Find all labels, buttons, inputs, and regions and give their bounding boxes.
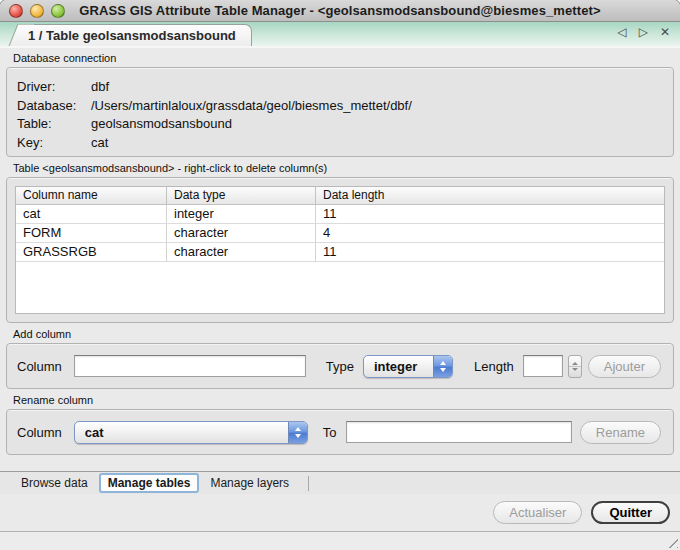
- db-field-label: Table:: [17, 115, 91, 134]
- footer-button-row: Actualiser Quitter: [0, 494, 680, 531]
- add-column-box: Column Type integer Length Ajouter: [6, 343, 674, 389]
- rename-to-label: To: [323, 425, 337, 440]
- spinner-up-icon[interactable]: [572, 362, 578, 365]
- rename-column-select[interactable]: cat: [74, 421, 308, 444]
- prev-tab-icon[interactable]: ◁: [617, 26, 626, 38]
- table-columns-group: Table <geolsansmodsansbound> - right-cli…: [6, 162, 674, 323]
- close-tab-icon[interactable]: ✕: [660, 26, 670, 38]
- db-field-label: Key:: [17, 134, 91, 153]
- add-column-name-input[interactable]: [74, 355, 306, 377]
- cell-column-name[interactable]: FORM: [16, 224, 167, 242]
- rename-column-value: cat: [75, 422, 288, 443]
- add-column-group: Add column Column Type integer Length Aj…: [6, 328, 674, 389]
- cell-data-length[interactable]: 4: [316, 224, 664, 242]
- rename-column-group: Rename column Column cat To Rename: [6, 394, 674, 455]
- tab-browse-data[interactable]: Browse data: [12, 474, 97, 492]
- grid-empty-area: [16, 262, 664, 313]
- db-field-table: Table: geolsansmodsansbound: [17, 115, 663, 134]
- db-field-value: /Users/martinlaloux/grassdata/geol/biesm…: [91, 97, 412, 116]
- db-field-value: dbf: [91, 78, 109, 97]
- table-row[interactable]: FORM character 4: [16, 224, 664, 243]
- add-column-length-input[interactable]: [523, 355, 563, 377]
- cell-data-type[interactable]: character: [167, 243, 316, 261]
- manage-tables-page: Database connection Driver: dbf Database…: [0, 48, 680, 471]
- combo-stepper-icon: [433, 356, 452, 377]
- db-field-label: Driver:: [17, 78, 91, 97]
- add-column-type-select[interactable]: integer: [363, 355, 453, 378]
- resize-grip-icon[interactable]: [665, 535, 678, 548]
- tab-table-page[interactable]: 1 / Table geolsansmodsansbound: [22, 24, 252, 46]
- database-connection-box: Driver: dbf Database: /Users/martinlalou…: [6, 67, 674, 157]
- attribute-table-manager-window: GRASS GIS Attribute Table Manager - <geo…: [0, 0, 680, 550]
- database-connection-title: Database connection: [13, 52, 674, 65]
- quit-button[interactable]: Quitter: [591, 501, 670, 524]
- header-data-length: Data length: [316, 187, 664, 204]
- columns-grid[interactable]: Column name Data type Data length cat in…: [15, 186, 665, 314]
- cell-data-length[interactable]: 11: [316, 205, 664, 223]
- titlebar: GRASS GIS Attribute Table Manager - <geo…: [0, 0, 680, 22]
- add-column-label: Column: [17, 359, 62, 374]
- table-row[interactable]: cat integer 11: [16, 205, 664, 224]
- columns-grid-header: Column name Data type Data length: [16, 187, 664, 205]
- refresh-button[interactable]: Actualiser: [493, 501, 582, 524]
- rename-column-box: Column cat To Rename: [6, 409, 674, 455]
- add-column-title: Add column: [13, 328, 674, 341]
- table-row[interactable]: GRASSRGB character 11: [16, 243, 664, 262]
- db-field-driver: Driver: dbf: [17, 78, 663, 97]
- db-field-database: Database: /Users/martinlaloux/grassdata/…: [17, 97, 663, 116]
- rename-column-label: Column: [17, 425, 62, 440]
- minimize-window-icon[interactable]: [30, 4, 44, 18]
- cell-column-name[interactable]: GRASSRGB: [16, 243, 167, 261]
- tab-strip-nav: ◁ ▷ ✕: [617, 22, 670, 42]
- rename-column-title: Rename column: [13, 394, 674, 407]
- rename-to-input[interactable]: [346, 421, 572, 443]
- table-columns-box: Column name Data type Data length cat in…: [6, 177, 674, 323]
- cell-column-name[interactable]: cat: [16, 205, 167, 223]
- close-window-icon[interactable]: [9, 4, 23, 18]
- header-column-name: Column name: [16, 187, 167, 204]
- cell-data-type[interactable]: integer: [167, 205, 316, 223]
- length-spinner[interactable]: [568, 355, 582, 378]
- cell-data-type[interactable]: character: [167, 224, 316, 242]
- spinner-down-icon[interactable]: [572, 368, 578, 371]
- zoom-window-icon[interactable]: [51, 4, 65, 18]
- table-columns-title: Table <geolsansmodsansbound> - right-cli…: [13, 162, 674, 175]
- add-column-length-label: Length: [474, 359, 514, 374]
- tab-manage-tables[interactable]: Manage tables: [99, 473, 200, 493]
- notebook-tab-bar: Browse data Manage tables Manage layers: [0, 471, 680, 494]
- next-tab-icon[interactable]: ▷: [639, 26, 648, 38]
- window-title: GRASS GIS Attribute Table Manager - <geo…: [79, 3, 600, 18]
- rename-button[interactable]: Rename: [580, 421, 661, 444]
- page-tab-strip: 1 / Table geolsansmodsansbound ◁ ▷ ✕: [0, 22, 680, 48]
- status-bar: [0, 531, 680, 550]
- add-column-type-label: Type: [326, 359, 354, 374]
- db-field-value: cat: [91, 134, 108, 153]
- tab-table-page-label: 1 / Table geolsansmodsansbound: [28, 28, 236, 43]
- header-data-type: Data type: [167, 187, 316, 204]
- db-field-label: Database:: [17, 97, 91, 116]
- cell-data-length[interactable]: 11: [316, 243, 664, 261]
- db-field-key: Key: cat: [17, 134, 663, 153]
- database-connection-group: Database connection Driver: dbf Database…: [6, 52, 674, 157]
- add-column-type-value: integer: [364, 356, 433, 377]
- tab-bar-divider: [308, 476, 309, 491]
- db-field-value: geolsansmodsansbound: [91, 115, 232, 134]
- tab-manage-layers[interactable]: Manage layers: [201, 474, 298, 492]
- add-column-button[interactable]: Ajouter: [588, 355, 661, 378]
- combo-stepper-icon: [288, 422, 307, 443]
- window-controls: [9, 4, 65, 18]
